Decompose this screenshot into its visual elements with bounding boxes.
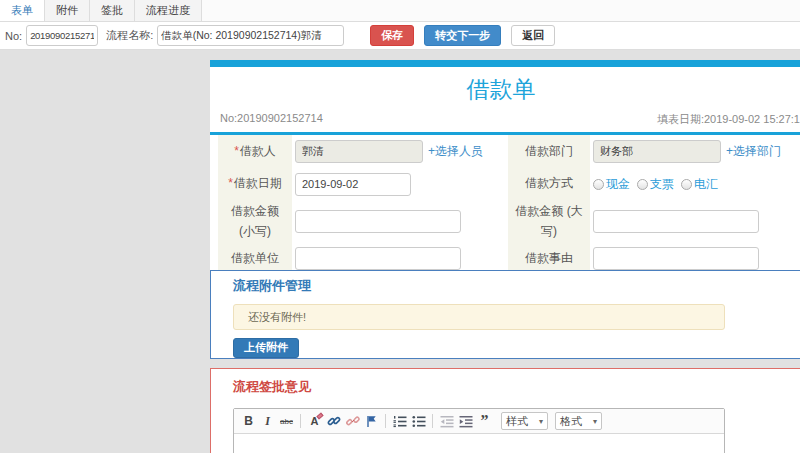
select-department-link[interactable]: +选择部门 [726, 143, 781, 160]
bulleted-list-icon[interactable] [411, 413, 426, 429]
upload-attachment-button[interactable]: 上传附件 [233, 338, 299, 358]
content-area: 借款单 No:20190902152714 填表日期:2019-09-02 15… [0, 50, 800, 453]
radio-circle-icon[interactable] [593, 179, 604, 190]
tab-progress[interactable]: 流程进度 [135, 0, 202, 21]
borrower-input[interactable] [295, 140, 423, 163]
loan-form-panel: 借款单 No:20190902152714 填表日期:2019-09-02 15… [210, 60, 800, 277]
radio-cash[interactable]: 现金 [593, 176, 630, 193]
borrower-label: *借款人 [218, 135, 292, 168]
save-button[interactable]: 保存 [370, 25, 414, 46]
chevron-down-icon: ▾ [593, 417, 597, 426]
rich-text-editor: B I abc A [233, 408, 725, 453]
amount-upper-input[interactable] [593, 210, 759, 233]
process-name-input[interactable] [157, 25, 344, 46]
bold-icon[interactable]: B [241, 413, 256, 429]
form-no-text: No:20190902152714 [220, 112, 323, 127]
link-icon[interactable] [326, 413, 341, 429]
form-meta-row: No:20190902152714 填表日期:2019-09-02 15:27:… [210, 112, 800, 132]
chevron-down-icon: ▾ [539, 417, 543, 426]
loan-unit-input[interactable] [295, 247, 461, 270]
loan-date-label: *借款日期 [218, 168, 292, 200]
tab-bar: 表单 附件 签批 流程进度 [0, 0, 800, 22]
editor-toolbar: B I abc A [234, 409, 724, 434]
back-button[interactable]: 返回 [511, 25, 555, 46]
style-dropdown[interactable]: 样式 ▾ [501, 412, 548, 430]
toolbar-separator [432, 414, 433, 428]
toolbar-separator [385, 414, 386, 428]
anchor-icon[interactable] [364, 413, 379, 429]
numbered-list-icon[interactable] [392, 413, 407, 429]
no-attachments-alert: 还没有附件! [233, 304, 725, 330]
next-step-button[interactable]: 转交下一步 [424, 25, 501, 46]
strikethrough-icon[interactable]: abc [279, 413, 294, 429]
indent-icon[interactable] [458, 413, 473, 429]
department-label: 借款部门 [508, 135, 590, 168]
required-mark: * [234, 144, 239, 158]
editor-content[interactable] [234, 434, 724, 453]
form-date-text: 填表日期:2019-09-02 15:27:1 [657, 112, 800, 127]
outdent-icon[interactable] [439, 413, 454, 429]
radio-wire[interactable]: 电汇 [681, 176, 718, 193]
amount-upper-label: 借款金额 (大写) [508, 200, 590, 243]
toolbar-separator [300, 414, 301, 428]
loan-date-input[interactable] [295, 173, 411, 196]
remove-format-icon[interactable]: A [307, 413, 322, 429]
attachments-panel: 流程附件管理 还没有附件! 上传附件 [210, 270, 800, 359]
format-dropdown-label: 格式 [560, 414, 582, 429]
amount-lower-label: 借款金额 (小写) [218, 200, 292, 243]
unlink-icon[interactable] [345, 413, 360, 429]
blockquote-icon[interactable]: ” [477, 413, 492, 429]
no-input[interactable] [26, 25, 98, 46]
tab-approval[interactable]: 签批 [90, 0, 135, 21]
no-label: No: [5, 30, 22, 42]
format-dropdown[interactable]: 格式 ▾ [555, 412, 602, 430]
required-mark: * [228, 176, 233, 190]
process-name-label: 流程名称: [106, 28, 153, 43]
approval-panel: 流程签批意见 B I abc A [210, 368, 800, 453]
select-person-link[interactable]: +选择人员 [428, 143, 483, 160]
loan-method-label: 借款方式 [508, 168, 590, 200]
approval-title: 流程签批意见 [233, 378, 800, 396]
amount-lower-input[interactable] [295, 210, 461, 233]
action-toolbar: No: 流程名称: 保存 转交下一步 返回 [0, 22, 800, 50]
loan-form-page: 表单 附件 签批 流程进度 No: 流程名称: 保存 转交下一步 返回 借款单 … [0, 0, 800, 453]
tab-form[interactable]: 表单 [0, 0, 45, 21]
tab-attachments[interactable]: 附件 [45, 0, 90, 21]
loan-method-radios: 现金 支票 电汇 [593, 176, 718, 193]
italic-icon[interactable]: I [260, 413, 275, 429]
loan-form-table: *借款人 +选择人员 借款部门 +选择部门 *借款日期 借款 [218, 135, 800, 274]
loan-reason-input[interactable] [593, 247, 759, 270]
form-title: 借款单 [210, 67, 800, 112]
radio-circle-icon[interactable] [637, 179, 648, 190]
style-dropdown-label: 样式 [506, 414, 528, 429]
panel-top-strip [210, 60, 800, 67]
radio-circle-icon[interactable] [681, 179, 692, 190]
attachments-title: 流程附件管理 [233, 277, 800, 295]
radio-cheque[interactable]: 支票 [637, 176, 674, 193]
department-input[interactable] [593, 140, 721, 163]
